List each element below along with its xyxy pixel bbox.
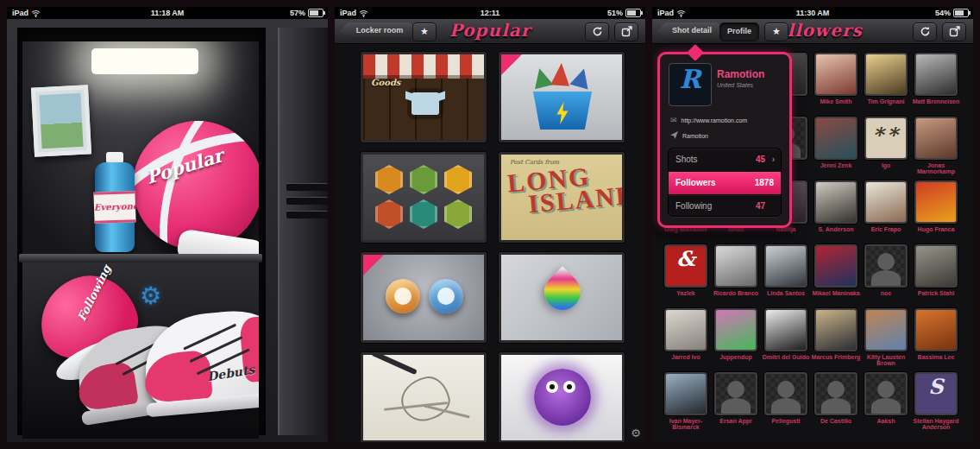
follower-avatar[interactable]	[864, 372, 908, 415]
round-icon-orange	[386, 279, 420, 313]
follower-item[interactable]: De Castillo	[811, 371, 861, 435]
refresh-icon	[920, 26, 931, 37]
follower-item[interactable]: noe	[861, 243, 911, 307]
shot-thumbnail[interactable]	[499, 52, 625, 142]
team-row[interactable]: Ramotion	[670, 130, 708, 141]
follower-avatar[interactable]	[864, 244, 908, 288]
follower-avatar[interactable]	[914, 180, 958, 224]
follower-name: Marcus Frimberg	[811, 354, 861, 367]
follower-avatar[interactable]	[914, 308, 958, 351]
status-bar: iPad 11:30 AM 54%	[652, 7, 973, 19]
follower-item[interactable]: Pellegusti	[761, 371, 811, 435]
follower-name: Kitty Lausten Brown	[861, 354, 911, 367]
follower-item[interactable]: Mikael Maninaka	[811, 243, 861, 307]
follower-avatar[interactable]	[714, 244, 757, 288]
follower-item[interactable]: SStellan Haygard Anderson	[911, 371, 961, 435]
stats-value: 45	[756, 149, 765, 171]
follower-name: Igo	[861, 162, 911, 175]
debuts-sneaker-right[interactable]	[141, 307, 259, 412]
follower-item[interactable]: Jonas Marmorkamp	[911, 116, 961, 180]
follower-name: Mike Smith	[811, 98, 861, 111]
back-button[interactable]: Shot detail	[657, 22, 719, 40]
follower-item[interactable]: &Yazlek	[661, 243, 711, 307]
refresh-button[interactable]	[585, 22, 609, 41]
follower-item[interactable]: Marcus Frimberg	[811, 307, 861, 371]
follower-name: Oleg Mikhailov	[661, 226, 711, 239]
follower-avatar[interactable]	[814, 117, 858, 160]
follower-item[interactable]: Aaksh	[861, 371, 911, 435]
follower-avatar[interactable]: &	[664, 244, 707, 288]
battery-icon	[625, 9, 641, 17]
awning	[363, 54, 484, 79]
shot-thumbnail[interactable]	[361, 252, 487, 343]
refresh-button[interactable]	[913, 22, 937, 41]
follower-item[interactable]: Ricardo Branco	[711, 243, 761, 307]
follower-item[interactable]: Matt Brenneisen	[911, 52, 961, 116]
shot-thumbnail[interactable]	[361, 352, 487, 442]
follower-item[interactable]: Patrick Stahl	[911, 243, 961, 307]
follower-avatar[interactable]: S	[914, 372, 958, 415]
favorites-star-button[interactable]: ★	[412, 22, 437, 41]
follower-avatar[interactable]	[914, 117, 958, 160]
website-link[interactable]: http://www.ramotion.com	[682, 117, 748, 123]
settings-gear-icon[interactable]: ⚙	[631, 427, 641, 440]
website-row[interactable]: ✉ http://www.ramotion.com	[670, 115, 747, 125]
follower-avatar[interactable]	[864, 53, 908, 96]
follower-item[interactable]: Juppendup	[711, 307, 761, 371]
battery-icon	[308, 9, 324, 17]
follower-avatar[interactable]	[764, 244, 807, 288]
stats-row-followers[interactable]: Followers 1878	[669, 172, 781, 195]
follower-avatar[interactable]	[764, 308, 807, 351]
follower-item[interactable]: Ersan Appr	[711, 371, 761, 435]
follower-avatar[interactable]	[714, 372, 757, 415]
follower-item[interactable]: Ivan Mayer-Bismarck	[661, 371, 711, 435]
follower-avatar[interactable]	[814, 53, 858, 96]
stats-row-shots[interactable]: Shots 45 ›	[669, 149, 781, 172]
follower-item[interactable]: Bassima Lee	[911, 307, 961, 371]
stats-value: 47	[756, 195, 765, 217]
back-button[interactable]: Locker room	[340, 22, 412, 40]
profile-name: Ramotion	[717, 68, 764, 80]
slideshow-button[interactable]	[942, 22, 966, 41]
follower-item[interactable]: Jarred Ivo	[661, 307, 711, 371]
follower-avatar[interactable]	[664, 308, 707, 351]
everyone-bottle-button[interactable]: Everyone	[95, 152, 135, 252]
photo-frame	[31, 85, 91, 156]
follower-avatar[interactable]	[764, 372, 807, 415]
follower-item[interactable]: Tim Grignani	[861, 52, 911, 116]
slideshow-button[interactable]	[614, 22, 638, 41]
profile-button[interactable]: Profile	[719, 22, 759, 41]
follower-item[interactable]: Mike Smith	[811, 52, 861, 116]
follower-avatar[interactable]: ∗∗	[864, 117, 908, 160]
new-ribbon-badge	[501, 54, 522, 75]
shot-thumbnail[interactable]: Post Cards from LONGISLAND	[499, 152, 625, 243]
clock-label: 11:30 AM	[652, 7, 973, 19]
shot-thumbnail[interactable]: Goods	[361, 52, 487, 142]
stats-row-following[interactable]: Following 47	[669, 195, 781, 217]
follower-avatar[interactable]	[914, 53, 958, 96]
follower-avatar[interactable]	[814, 372, 858, 415]
follower-name: Bassima Lee	[911, 354, 961, 367]
shot-thumbnail[interactable]	[499, 352, 625, 442]
follower-item[interactable]: S. Anderson	[811, 180, 861, 243]
shot-thumbnail[interactable]	[361, 152, 487, 243]
follower-avatar[interactable]	[914, 244, 958, 288]
follower-avatar[interactable]	[814, 180, 858, 224]
follower-avatar[interactable]	[814, 308, 858, 351]
settings-gear-icon[interactable]: ⚙	[140, 281, 161, 310]
shot-thumbnail[interactable]	[499, 252, 625, 343]
favorites-star-button[interactable]: ★	[764, 22, 788, 41]
follower-item[interactable]: Kitty Lausten Brown	[861, 307, 911, 371]
follower-avatar[interactable]	[814, 244, 858, 288]
follower-avatar[interactable]	[864, 308, 908, 351]
follower-item[interactable]: Eric Frapo	[861, 180, 911, 243]
follower-item[interactable]: ∗∗Igo	[861, 116, 911, 180]
follower-item[interactable]: Dmitri del Guido	[761, 307, 811, 371]
follower-item[interactable]: Hugo Franca	[911, 180, 961, 243]
followers-screen: iPad 11:30 AM 54% Followers Shot detail …	[652, 7, 973, 442]
follower-avatar[interactable]	[664, 372, 707, 415]
follower-avatar[interactable]	[714, 308, 757, 351]
follower-item[interactable]: Linda Santos	[761, 243, 811, 307]
follower-item[interactable]: Jenni Zenk	[811, 116, 861, 180]
follower-avatar[interactable]	[864, 180, 908, 224]
